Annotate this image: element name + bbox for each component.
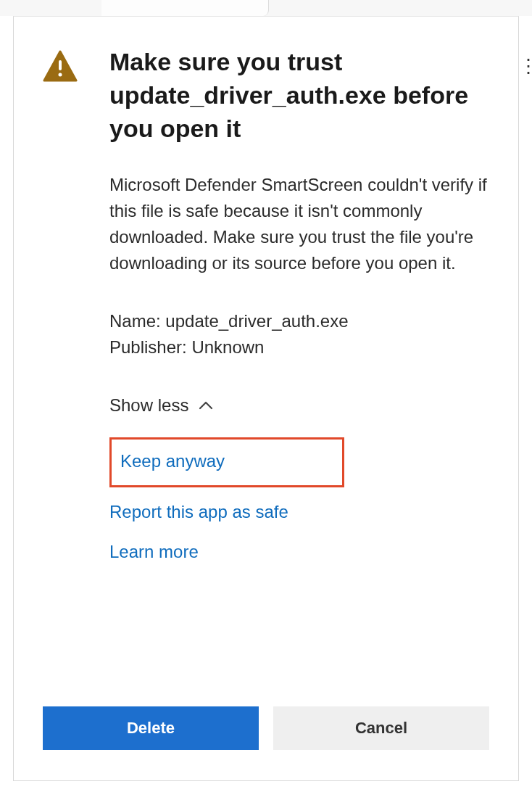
- report-safe-link[interactable]: Report this app as safe: [109, 500, 288, 523]
- dialog-body: Microsoft Defender SmartScreen couldn't …: [109, 172, 489, 276]
- svg-point-1: [59, 73, 62, 77]
- publisher-label: Publisher:: [109, 337, 191, 357]
- cancel-button[interactable]: Cancel: [273, 706, 489, 750]
- show-less-toggle[interactable]: Show less: [109, 395, 213, 416]
- chevron-up-icon: [199, 401, 213, 410]
- delete-button[interactable]: Delete: [43, 706, 259, 750]
- more-actions-icon[interactable]: ⋮: [526, 55, 532, 75]
- toggle-label: Show less: [109, 395, 188, 416]
- warning-icon: [43, 72, 78, 84]
- name-value: update_driver_auth.exe: [165, 311, 348, 331]
- svg-rect-0: [59, 60, 62, 70]
- file-metadata: Name: update_driver_auth.exe Publisher: …: [109, 308, 489, 360]
- smartscreen-warning-dialog: Make sure you trust update_driver_auth.e…: [13, 16, 519, 781]
- browser-chrome-fragment: [0, 0, 532, 16]
- name-label: Name:: [109, 311, 165, 331]
- learn-more-link[interactable]: Learn more: [109, 540, 199, 563]
- dialog-title: Make sure you trust update_driver_auth.e…: [109, 46, 489, 146]
- publisher-value: Unknown: [191, 337, 264, 357]
- keep-anyway-highlight: Keep anyway: [109, 437, 344, 487]
- keep-anyway-link[interactable]: Keep anyway: [120, 450, 225, 472]
